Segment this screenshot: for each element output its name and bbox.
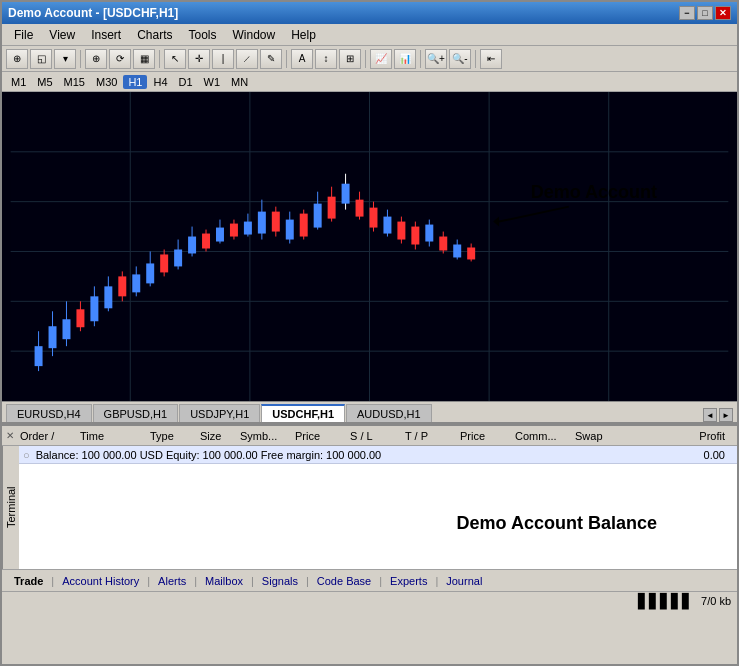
svg-rect-38 — [216, 228, 224, 242]
toolbar-btn-1[interactable]: ⊕ — [6, 49, 28, 69]
tab-mailbox[interactable]: Mailbox — [197, 573, 251, 589]
toolbar-cursor[interactable]: ↖ — [164, 49, 186, 69]
svg-rect-70 — [439, 237, 447, 251]
tab-nav-left[interactable]: ◄ — [703, 408, 717, 422]
tab-alerts[interactable]: Alerts — [150, 573, 194, 589]
svg-rect-54 — [328, 197, 336, 219]
toolbar: ⊕ ◱ ▾ ⊕ ⟳ ▦ ↖ ✛ | ⟋ ✎ A ↕ ⊞ 📈 📊 🔍+ 🔍- ⇤ — [2, 46, 737, 72]
toolbar-arrow-btn[interactable]: ↕ — [315, 49, 337, 69]
toolbar-sep-1 — [80, 50, 81, 68]
candlestick-chart — [2, 92, 737, 401]
svg-rect-40 — [230, 224, 238, 237]
svg-rect-62 — [383, 217, 391, 234]
menu-charts[interactable]: Charts — [129, 26, 180, 44]
menu-file[interactable]: File — [6, 26, 41, 44]
main-window: Demo Account - [USDCHF,H1] − □ ✕ File Vi… — [0, 0, 739, 666]
tf-w1[interactable]: W1 — [199, 75, 226, 89]
chart-area: Demo Account — [2, 92, 737, 402]
toolbar-line[interactable]: | — [212, 49, 234, 69]
svg-rect-42 — [244, 222, 252, 235]
col-price2: Price — [460, 430, 515, 442]
balance-value: 0.00 — [704, 449, 733, 461]
tab-codebase[interactable]: Code Base — [309, 573, 379, 589]
tf-m30[interactable]: M30 — [91, 75, 122, 89]
tab-nav-right[interactable]: ► — [719, 408, 733, 422]
tab-signals[interactable]: Signals — [254, 573, 306, 589]
toolbar-sep-2 — [159, 50, 160, 68]
terminal-label: Terminal — [2, 446, 19, 569]
tab-account-history[interactable]: Account History — [54, 573, 147, 589]
status-bar: ▋▋▋▋▋ 7/0 kb — [2, 591, 737, 609]
minimize-button[interactable]: − — [679, 6, 695, 20]
terminal-section: ✕ Order / Time Type Size Symb... Price S… — [2, 424, 737, 609]
toolbar-zoom-out[interactable]: 🔍- — [449, 49, 471, 69]
bottom-tabs: Trade | Account History | Alerts | Mailb… — [2, 569, 737, 591]
toolbar-zoom-in[interactable]: 🔍+ — [425, 49, 447, 69]
window-title: Demo Account - [USDCHF,H1] — [8, 6, 178, 20]
tab-experts[interactable]: Experts — [382, 573, 435, 589]
chart-tabs: EURUSD,H4 GBPUSD,H1 USDJPY,H1 USDCHF,H1 … — [2, 402, 737, 424]
tab-journal[interactable]: Journal — [438, 573, 490, 589]
toolbar-sep-5 — [420, 50, 421, 68]
col-type: Type — [150, 430, 200, 442]
terminal-body: Terminal ○ Balance: 100 000.00 USD Equit… — [2, 446, 737, 569]
menu-help[interactable]: Help — [283, 26, 324, 44]
close-button[interactable]: ✕ — [715, 6, 731, 20]
svg-rect-30 — [160, 254, 168, 272]
svg-rect-44 — [258, 212, 266, 234]
toolbar-diagonal[interactable]: ⟋ — [236, 49, 258, 69]
toolbar-btn-6[interactable]: ▦ — [133, 49, 155, 69]
menu-insert[interactable]: Insert — [83, 26, 129, 44]
svg-rect-50 — [300, 214, 308, 237]
toolbar-btn-5[interactable]: ⟳ — [109, 49, 131, 69]
svg-rect-74 — [467, 247, 475, 259]
toolbar-text[interactable]: A — [291, 49, 313, 69]
chart-tab-gbpusd[interactable]: GBPUSD,H1 — [93, 404, 179, 422]
tf-mn[interactable]: MN — [226, 75, 253, 89]
terminal-close-icon[interactable]: ✕ — [6, 430, 20, 441]
svg-rect-16 — [62, 319, 70, 339]
tf-m15[interactable]: M15 — [59, 75, 90, 89]
toolbar-chart1[interactable]: 📈 — [370, 49, 392, 69]
svg-rect-28 — [146, 263, 154, 283]
toolbar-chart2[interactable]: 📊 — [394, 49, 416, 69]
svg-rect-22 — [104, 286, 112, 308]
svg-rect-36 — [202, 234, 210, 249]
menu-tools[interactable]: Tools — [181, 26, 225, 44]
tf-m1[interactable]: M1 — [6, 75, 31, 89]
tf-m5[interactable]: M5 — [32, 75, 57, 89]
terminal-content: ○ Balance: 100 000.00 USD Equity: 100 00… — [19, 446, 737, 569]
toolbar-sep-3 — [286, 50, 287, 68]
tf-h4[interactable]: H4 — [148, 75, 172, 89]
svg-rect-68 — [425, 225, 433, 242]
title-bar-buttons: − □ ✕ — [679, 6, 731, 20]
tf-d1[interactable]: D1 — [174, 75, 198, 89]
svg-rect-60 — [370, 208, 378, 228]
chart-tab-usdjpy[interactable]: USDJPY,H1 — [179, 404, 260, 422]
col-order: Order / — [20, 430, 80, 442]
toolbar-expand[interactable]: ⊞ — [339, 49, 361, 69]
svg-rect-34 — [188, 237, 196, 254]
menu-view[interactable]: View — [41, 26, 83, 44]
tf-h1[interactable]: H1 — [123, 75, 147, 89]
col-tp: T / P — [405, 430, 460, 442]
status-bars-icon: ▋▋▋▋▋ — [638, 593, 693, 609]
toolbar-cross[interactable]: ✛ — [188, 49, 210, 69]
toolbar-scroll[interactable]: ⇤ — [480, 49, 502, 69]
timeframe-bar: M1 M5 M15 M30 H1 H4 D1 W1 MN — [2, 72, 737, 92]
chart-tab-usdchf[interactable]: USDCHF,H1 — [261, 404, 345, 422]
svg-rect-18 — [76, 309, 84, 327]
toolbar-pencil[interactable]: ✎ — [260, 49, 282, 69]
tab-trade[interactable]: Trade — [6, 573, 51, 589]
svg-rect-12 — [35, 346, 43, 366]
menu-window[interactable]: Window — [225, 26, 284, 44]
restore-button[interactable]: □ — [697, 6, 713, 20]
chart-tab-audusd[interactable]: AUDUSD,H1 — [346, 404, 432, 422]
chart-tab-eurusd[interactable]: EURUSD,H4 — [6, 404, 92, 422]
toolbar-btn-2[interactable]: ◱ — [30, 49, 52, 69]
col-comm: Comm... — [515, 430, 575, 442]
terminal-columns: ✕ Order / Time Type Size Symb... Price S… — [2, 426, 737, 446]
toolbar-btn-4[interactable]: ⊕ — [85, 49, 107, 69]
toolbar-btn-3[interactable]: ▾ — [54, 49, 76, 69]
col-sl: S / L — [350, 430, 405, 442]
